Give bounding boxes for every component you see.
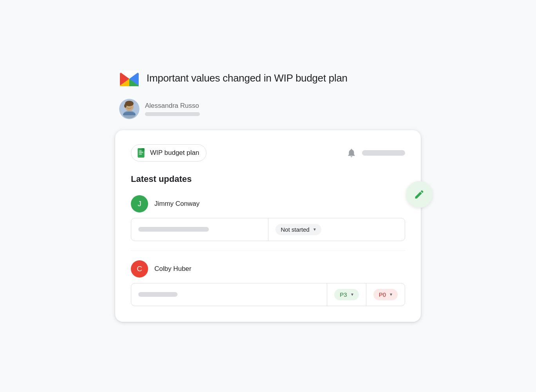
email-container: Important values changed in WIP budget p… xyxy=(115,71,421,322)
chevron-down-icon-p3: ▾ xyxy=(351,292,353,297)
sender-row: Alessandra Russo xyxy=(115,99,421,119)
gmail-logo-icon xyxy=(119,71,139,86)
data-row-jimmy: Not started ▾ xyxy=(131,218,405,241)
svg-point-6 xyxy=(124,104,127,108)
card-header: WIP budget plan xyxy=(131,144,405,162)
bell-icon xyxy=(346,148,357,158)
sheet-badge: WIP budget plan xyxy=(131,144,206,162)
sender-info: Alessandra Russo xyxy=(145,102,200,116)
cell-bar-jimmy xyxy=(138,227,209,232)
data-cell-colby-text xyxy=(131,283,327,306)
card-header-right xyxy=(346,148,405,158)
chevron-down-icon-p0: ▾ xyxy=(390,292,392,297)
data-cell-jimmy-status[interactable]: Not started ▾ xyxy=(268,218,405,241)
update-item-colby: C Colby Huber P3 ▾ P0 ▾ xyxy=(131,260,405,306)
p3-badge[interactable]: P3 ▾ xyxy=(334,289,359,300)
email-header: Important values changed in WIP budget p… xyxy=(115,71,421,86)
edit-fab-button[interactable] xyxy=(406,181,433,208)
separator xyxy=(131,250,405,251)
sender-avatar xyxy=(119,99,139,119)
avatar-colby: C xyxy=(131,260,148,278)
svg-rect-9 xyxy=(139,152,143,153)
pencil-icon xyxy=(414,189,425,200)
data-cell-colby-p0[interactable]: P0 ▾ xyxy=(366,283,405,306)
google-sheets-icon xyxy=(136,148,146,158)
user-row-jimmy: J Jimmy Conway xyxy=(131,195,405,212)
svg-rect-10 xyxy=(139,154,142,154)
data-cell-jimmy-text xyxy=(131,218,268,241)
cell-bar-colby xyxy=(138,292,177,297)
email-card: WIP budget plan Latest updates J Jimmy C… xyxy=(115,130,421,322)
avatar-jimmy: J xyxy=(131,195,148,212)
sender-name: Alessandra Russo xyxy=(145,102,200,110)
sender-bar-placeholder xyxy=(145,112,200,116)
data-row-colby: P3 ▾ P0 ▾ xyxy=(131,283,405,306)
section-title: Latest updates xyxy=(131,174,405,184)
user-row-colby: C Colby Huber xyxy=(131,260,405,278)
p0-badge[interactable]: P0 ▾ xyxy=(373,289,398,300)
email-subject: Important values changed in WIP budget p… xyxy=(147,72,348,84)
header-bar-placeholder xyxy=(362,150,405,156)
sheet-title: WIP budget plan xyxy=(150,149,199,157)
chevron-down-icon: ▾ xyxy=(313,227,316,232)
data-cell-colby-p3[interactable]: P3 ▾ xyxy=(327,283,366,306)
not-started-badge[interactable]: Not started ▾ xyxy=(275,224,321,235)
user-name-colby: Colby Huber xyxy=(154,265,192,273)
user-name-jimmy: Jimmy Conway xyxy=(154,200,199,208)
update-item-jimmy: J Jimmy Conway Not started ▾ xyxy=(131,195,405,241)
